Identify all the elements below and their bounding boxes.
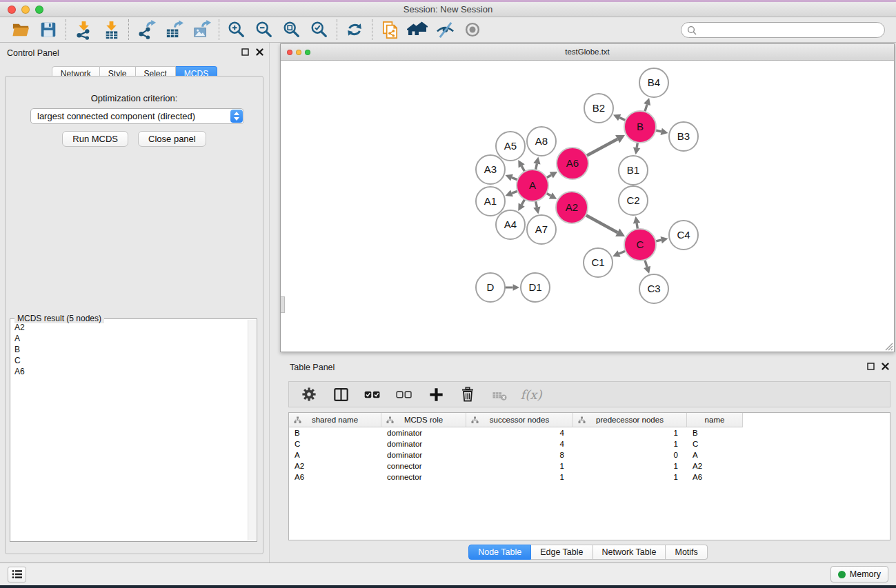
home-button[interactable] (404, 19, 431, 41)
table-cell[interactable]: 8 (466, 451, 573, 459)
resize-grip-icon[interactable] (884, 341, 893, 351)
table-row[interactable]: A6connector11A6 (289, 472, 890, 483)
table-cell[interactable]: A (289, 451, 381, 459)
add-column-button[interactable] (426, 383, 446, 405)
refresh-button[interactable] (341, 19, 368, 41)
import-network-button[interactable] (70, 19, 97, 41)
mcds-result-item[interactable]: A (12, 333, 246, 344)
table-row[interactable]: Bdominator41B (289, 427, 890, 438)
column-header-name[interactable]: name (687, 413, 743, 427)
table-cell[interactable]: 1 (466, 462, 573, 470)
table-cell[interactable]: 1 (573, 429, 687, 437)
run-mcds-button[interactable]: Run MCDS (62, 131, 128, 147)
hide-graphics-details-button[interactable] (431, 19, 459, 41)
table-cell[interactable]: 1 (573, 462, 687, 470)
close-panel-button[interactable]: Close panel (138, 131, 206, 147)
tab-network-table[interactable]: Network Table (593, 545, 666, 560)
graph-edge-A2-C[interactable] (586, 215, 617, 232)
graph-edge-B-B3[interactable] (655, 130, 661, 132)
float-panel-icon[interactable] (867, 363, 875, 370)
mcds-result-item[interactable]: B (12, 344, 246, 355)
close-panel-icon[interactable] (882, 363, 889, 370)
table-cell[interactable]: C (289, 440, 381, 448)
criterion-dropdown[interactable]: largest connected component (directed) (30, 108, 244, 124)
close-panel-icon[interactable] (256, 48, 263, 56)
table-cell[interactable]: 1 (573, 473, 687, 481)
graph-edge-A-A4[interactable] (521, 199, 525, 205)
export-table-button[interactable] (160, 19, 188, 41)
mcds-result-item[interactable]: A6 (12, 366, 246, 377)
network-window-titlebar[interactable]: testGlobe.txt (281, 44, 894, 61)
table-cell[interactable]: connector (381, 473, 466, 481)
graph-edge-A-A3[interactable] (512, 178, 517, 180)
show-view-button[interactable] (459, 19, 486, 41)
table-cell[interactable]: A2 (687, 462, 743, 470)
table-cell[interactable]: dominator (381, 440, 466, 448)
table-cell[interactable]: A6 (687, 473, 743, 481)
table-cell[interactable]: 0 (573, 451, 687, 459)
table-row[interactable]: Adominator80A (289, 449, 890, 460)
zoom-out-button[interactable] (250, 19, 278, 41)
tab-node-table[interactable]: Node Table (468, 545, 531, 560)
graph-edge-A-A2[interactable] (546, 193, 550, 196)
memory-button[interactable]: Memory (830, 566, 888, 582)
graph-edge-B-B1[interactable] (637, 143, 637, 148)
graph-node-label: C2 (626, 194, 639, 206)
table-row[interactable]: Cdominator41C (289, 438, 890, 449)
table-cell[interactable]: 4 (466, 429, 573, 437)
graph-edge-C-C4[interactable] (655, 240, 661, 241)
zoom-fit-button[interactable] (278, 19, 306, 41)
graph-edge-C-C3[interactable] (645, 260, 647, 267)
delete-column-button[interactable] (457, 383, 478, 405)
mcds-result-item[interactable]: C (12, 355, 246, 366)
table-cell[interactable]: dominator (381, 429, 466, 437)
export-network-button[interactable] (132, 19, 160, 41)
graph-edge-A-A8[interactable] (536, 163, 537, 170)
table-row[interactable]: A2connector11A2 (289, 460, 890, 472)
splitter-handle[interactable] (281, 296, 285, 313)
graph-edge-A-A7[interactable] (536, 201, 537, 207)
zoom-in-button[interactable] (223, 19, 250, 41)
network-canvas[interactable]: AA1A2A3A4A5A6A7A8BB1B2B3B4CC1C2C3C4DD1 (281, 61, 894, 352)
graph-edge-A-A1[interactable] (512, 191, 517, 193)
table-cell[interactable]: B (289, 429, 381, 437)
float-panel-icon[interactable] (241, 48, 249, 56)
table-cell[interactable]: B (687, 429, 743, 437)
import-table-button[interactable] (97, 19, 125, 41)
column-header-shared-name[interactable]: shared name (289, 413, 381, 427)
table-settings-button[interactable] (299, 383, 319, 405)
table-cell[interactable]: A (687, 451, 743, 459)
tab-motifs[interactable]: Motifs (666, 545, 707, 560)
search-input[interactable] (699, 23, 879, 37)
column-header-mcds-role[interactable]: MCDS role (381, 413, 466, 427)
graph-edge-B-B2[interactable] (619, 118, 626, 121)
table-cell[interactable]: connector (381, 462, 466, 470)
unselect-all-button[interactable] (394, 383, 415, 405)
mcds-result-item[interactable]: A2 (12, 322, 246, 333)
column-header-predecessor-nodes[interactable]: predecessor nodes (573, 413, 687, 427)
table-cell[interactable]: dominator (381, 451, 466, 459)
table-cell[interactable]: A6 (289, 473, 381, 481)
zoom-selected-button[interactable] (306, 19, 333, 41)
graph-edge-C-C2[interactable] (637, 223, 637, 230)
column-header-successor-nodes[interactable]: successor nodes (466, 413, 573, 427)
graph-edge-B-B4[interactable] (645, 105, 647, 112)
result-scrollbar[interactable] (248, 320, 256, 540)
graph-edge-C-C1[interactable] (619, 251, 625, 254)
task-history-button[interactable] (8, 567, 26, 582)
table-cell[interactable]: 4 (466, 440, 573, 448)
table-cell[interactable]: A2 (289, 462, 381, 470)
select-all-button[interactable] (362, 383, 383, 405)
table-cell[interactable]: 1 (573, 440, 687, 448)
tab-edge-table[interactable]: Edge Table (531, 545, 593, 560)
graph-edge-A-A6[interactable] (546, 175, 551, 178)
show-column-button[interactable] (330, 383, 351, 405)
save-session-button[interactable] (34, 19, 62, 41)
export-image-button[interactable] (188, 19, 215, 41)
network-from-file-button[interactable] (376, 19, 404, 41)
table-cell[interactable]: 1 (466, 473, 573, 481)
graph-edge-A-A5[interactable] (521, 166, 525, 172)
open-session-button[interactable] (7, 19, 34, 41)
table-cell[interactable]: C (687, 440, 743, 448)
graph-edge-A6-B[interactable] (586, 139, 617, 156)
